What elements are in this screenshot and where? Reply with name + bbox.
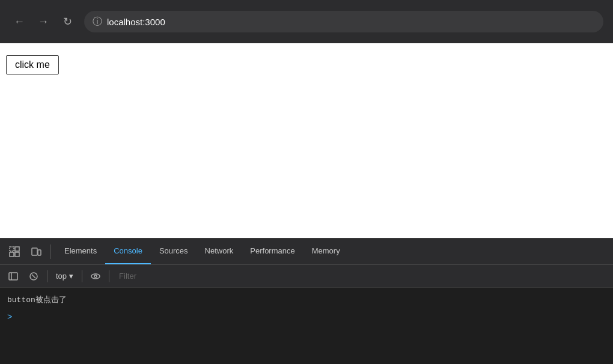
svg-rect-0 <box>10 247 14 251</box>
tab-memory[interactable]: Memory <box>303 238 349 264</box>
devtools-toolbar: Elements Console Sources Network Perform… <box>0 238 613 265</box>
address-bar[interactable]: ⓘ localhost:3000 <box>84 11 603 32</box>
forward-button[interactable]: → <box>34 12 53 31</box>
sidebar-toggle-button[interactable] <box>5 268 22 285</box>
device-toolbar-button[interactable] <box>26 242 46 261</box>
device-icon <box>31 246 41 257</box>
tab-elements[interactable]: Elements <box>56 238 105 264</box>
console-bar: top ▾ <box>0 265 613 288</box>
tab-network[interactable]: Network <box>197 238 242 264</box>
console-prompt[interactable]: > <box>7 311 606 324</box>
devtools-tabs: Elements Console Sources Network Perform… <box>56 238 608 264</box>
clear-console-button[interactable] <box>25 268 42 285</box>
browser-chrome: ← → ↻ ⓘ localhost:3000 <box>0 0 613 43</box>
tab-sources[interactable]: Sources <box>151 238 197 264</box>
tab-console[interactable]: Console <box>105 238 151 264</box>
inspect-element-button[interactable] <box>5 242 24 261</box>
clear-icon <box>29 271 38 281</box>
svg-rect-2 <box>10 252 14 256</box>
devtools-panel: Elements Console Sources Network Perform… <box>0 238 613 364</box>
reload-button[interactable]: ↻ <box>58 12 77 31</box>
filter-input[interactable] <box>114 269 608 283</box>
console-output: button被点击了 > <box>0 288 613 364</box>
svg-rect-1 <box>15 247 19 251</box>
console-bar-divider2 <box>82 270 82 282</box>
reload-icon: ↻ <box>63 15 72 28</box>
back-icon: ← <box>14 16 25 28</box>
sidebar-icon <box>8 271 18 281</box>
svg-line-9 <box>32 275 35 278</box>
svg-point-10 <box>91 274 100 279</box>
svg-rect-5 <box>38 250 41 255</box>
dropdown-arrow-icon: ▾ <box>69 271 73 281</box>
eye-icon <box>91 271 100 281</box>
tab-performance[interactable]: Performance <box>242 238 303 264</box>
url-text: localhost:3000 <box>107 17 165 27</box>
forward-icon: → <box>38 16 49 28</box>
svg-rect-4 <box>32 248 37 255</box>
back-button[interactable]: ← <box>10 12 29 31</box>
svg-rect-3 <box>15 252 19 256</box>
nav-buttons: ← → ↻ <box>10 12 77 31</box>
toolbar-divider <box>50 244 51 259</box>
console-bar-divider3 <box>109 270 109 282</box>
svg-rect-6 <box>9 273 17 280</box>
context-label: top <box>56 271 67 281</box>
console-log-entry: button被点击了 <box>7 293 606 308</box>
page-content: click me <box>0 43 613 238</box>
inspect-icon <box>9 246 20 257</box>
console-bar-divider <box>47 270 47 282</box>
eye-button[interactable] <box>87 268 104 285</box>
info-icon: ⓘ <box>93 16 102 28</box>
click-me-button[interactable]: click me <box>6 55 59 74</box>
svg-point-11 <box>94 275 97 278</box>
context-dropdown[interactable]: top ▾ <box>52 269 77 283</box>
